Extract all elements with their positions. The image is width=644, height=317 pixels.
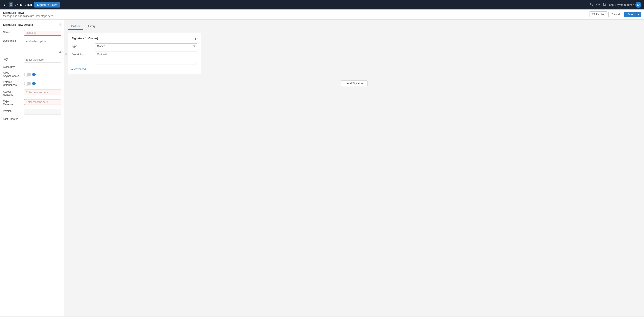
archive-icon	[592, 13, 595, 16]
svg-text:?: ?	[598, 4, 599, 6]
tags-input[interactable]	[24, 57, 61, 63]
add-sig-connector: + Add Signature	[341, 77, 368, 86]
sig-card-menu-button[interactable]: ⋮	[194, 36, 197, 40]
tab-builder[interactable]: Builder	[68, 23, 83, 30]
name-label: Name	[3, 30, 22, 34]
version-select[interactable]	[24, 109, 61, 115]
name-field-row: Name	[3, 30, 61, 36]
sig-description-input[interactable]	[95, 52, 197, 65]
signatures-value: 1	[24, 66, 26, 69]
top-navigation: L7 | MASTER Signature Flows ? esp | syst…	[0, 0, 644, 10]
accept-reasons-label: AcceptReasons	[3, 90, 22, 96]
enforce-unique-toggle-wrap: ?	[24, 82, 36, 86]
signatures-label: Signatures	[3, 66, 22, 69]
toggle-knob	[24, 73, 28, 76]
allow-async-toggle-wrap: ?	[24, 73, 36, 77]
version-label: Version	[3, 109, 22, 113]
drag-handle[interactable]	[65, 52, 67, 56]
archive-label: Archive	[596, 13, 604, 16]
name-input-area	[24, 30, 61, 36]
user-label: esp	[609, 3, 614, 7]
sig-description-field	[95, 52, 197, 65]
svg-rect-1	[11, 4, 12, 5]
version-field-row: Version	[3, 109, 61, 115]
page-title: Signature Flow:	[3, 11, 53, 15]
brand-logo: L7 | MASTER	[8, 2, 32, 7]
enforce-unique-row: EnforceUniqueness ?	[3, 81, 61, 87]
enforce-unique-label: EnforceUniqueness	[3, 81, 22, 87]
sidebar-title: Signature Flow Details	[3, 23, 33, 27]
sig-type-label: Type	[72, 43, 95, 48]
user-info: esp | system admin SA	[609, 2, 642, 8]
last-updated-row: Last Updated	[3, 118, 61, 121]
allow-async-toggle[interactable]	[24, 73, 31, 77]
page-header-text: Signature Flow: Manage and add Signature…	[3, 11, 53, 18]
reject-reasons-field-row: RejectReasons	[3, 99, 61, 106]
description-input-area	[24, 39, 61, 54]
connector-line	[354, 77, 354, 80]
sig-type-row: Type Owner Approver Reviewer Witness	[72, 43, 197, 49]
enforce-unique-help-icon[interactable]: ?	[32, 82, 36, 85]
sig-description-row: Description	[72, 52, 197, 65]
allow-async-label: AllowAsynchronous	[3, 72, 22, 78]
tags-field-row: Tags	[3, 57, 61, 63]
svg-rect-3	[11, 5, 12, 6]
notification-bell-icon[interactable]	[603, 3, 606, 7]
main-content: Builder History Signature 1 (Owner)	[64, 20, 644, 316]
add-signature-button[interactable]: + Add Signature	[341, 80, 368, 86]
brand-icon	[8, 2, 13, 7]
avatar: SA	[636, 2, 642, 8]
brand-label: L7 | MASTER	[14, 3, 32, 7]
advanced-toggle-arrow-icon: ▶	[72, 68, 73, 71]
sig-type-field: Owner Approver Reviewer Witness	[95, 43, 197, 49]
tags-label: Tags	[3, 57, 22, 61]
svg-rect-2	[10, 5, 11, 6]
description-input[interactable]	[24, 39, 61, 53]
reject-reasons-input[interactable]	[24, 99, 61, 105]
save-button[interactable]: Save	[624, 12, 636, 17]
user-name: system admin	[617, 3, 634, 7]
sig-description-label: Description	[72, 52, 95, 56]
reject-reasons-input-area	[24, 99, 61, 105]
page-actions: Archive Cancel Save ▾	[589, 11, 641, 18]
sig-card-header: Signature 1 (Owner) ⋮	[72, 36, 197, 40]
sig-flows-button[interactable]: Signature Flows	[34, 2, 60, 8]
sidebar-header: Signature Flow Details	[3, 23, 61, 27]
save-button-group: Save ▾	[624, 12, 641, 17]
svg-point-11	[66, 52, 66, 52]
svg-point-15	[66, 54, 66, 55]
search-icon[interactable]	[590, 3, 593, 7]
svg-point-16	[66, 54, 67, 55]
page-header: Signature Flow: Manage and add Signature…	[0, 10, 644, 20]
nav-icons: ? esp | system admin SA	[590, 2, 642, 8]
enforce-unique-toggle[interactable]	[24, 82, 31, 86]
svg-rect-8	[592, 13, 595, 15]
sig-type-select[interactable]: Owner Approver Reviewer Witness	[95, 43, 197, 49]
advanced-toggle-label: Advanced	[74, 68, 86, 71]
svg-line-5	[592, 5, 593, 6]
allow-async-help-icon[interactable]: ?	[32, 73, 36, 76]
help-icon[interactable]: ?	[596, 3, 600, 7]
advanced-toggle[interactable]: ▶ Advanced	[72, 68, 197, 71]
signatures-row: Signatures 1	[3, 66, 61, 69]
back-button[interactable]	[2, 3, 6, 7]
reject-reasons-label: RejectReasons	[3, 99, 22, 106]
save-dropdown-button[interactable]: ▾	[636, 12, 641, 17]
tab-history[interactable]: History	[83, 23, 99, 30]
archive-button[interactable]: Archive	[589, 11, 607, 18]
name-input[interactable]	[24, 30, 61, 36]
svg-point-12	[66, 52, 67, 52]
toggle-knob-2	[24, 82, 28, 85]
svg-rect-0	[10, 4, 11, 5]
accept-reasons-field-row: AcceptReasons	[3, 90, 61, 96]
tags-input-area	[24, 57, 61, 63]
accept-reasons-input-area	[24, 90, 61, 95]
svg-point-13	[66, 53, 66, 54]
sidebar-collapse-button[interactable]	[58, 23, 61, 27]
description-field-row: Description	[3, 39, 61, 54]
accept-reasons-input[interactable]	[24, 90, 61, 95]
sidebar: Signature Flow Details Name Description …	[0, 20, 64, 316]
svg-point-14	[66, 53, 67, 54]
cancel-button[interactable]: Cancel	[608, 12, 623, 17]
add-signature-area: + Add Signature	[68, 77, 640, 86]
